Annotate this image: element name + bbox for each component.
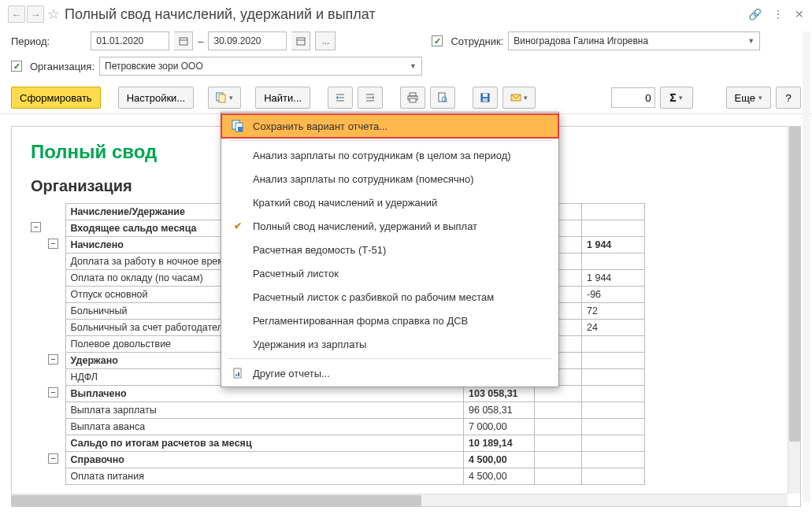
- date-to-calendar-icon[interactable]: [291, 31, 310, 50]
- settings-button[interactable]: Настройки...: [118, 87, 195, 109]
- blank-icon: [231, 290, 245, 304]
- menu-save-variant[interactable]: Сохранить вариант отчета...: [221, 114, 558, 138]
- menu-item-label: Другие отчеты...: [253, 368, 330, 379]
- row-value: [582, 468, 645, 485]
- reports-icon: [231, 366, 245, 380]
- save-button[interactable]: [473, 87, 498, 109]
- period-picker-button[interactable]: ...: [315, 31, 336, 50]
- svg-line-11: [446, 101, 447, 102]
- blank-icon: [231, 313, 245, 327]
- menu-item-label: Расчетный листок с разбивкой по рабочим …: [253, 291, 494, 303]
- employee-input[interactable]: Виноградова Галина Игоревна ▼: [508, 31, 760, 50]
- menu-variant-item[interactable]: Анализ зарплаты по сотрудникам (помесячн…: [221, 167, 558, 191]
- row-label: Выплачено: [65, 386, 464, 402]
- menu-variant-item[interactable]: Краткий свод начислений и удержаний: [221, 191, 558, 214]
- blank-icon: [231, 148, 245, 162]
- menu-variant-item[interactable]: Удержания из зарплаты: [221, 332, 558, 356]
- row-value: 103 058,31: [464, 386, 535, 402]
- help-button[interactable]: ?: [776, 87, 801, 109]
- more-vert-icon[interactable]: ⋮: [773, 8, 784, 20]
- row-value: [535, 435, 582, 452]
- nav-back-button[interactable]: ←: [8, 6, 25, 23]
- expand-toggle[interactable]: −: [48, 387, 58, 398]
- expand-toggle[interactable]: −: [31, 222, 41, 232]
- collapse-button[interactable]: [328, 87, 353, 109]
- menu-item-label: Сохранить вариант отчета...: [253, 120, 387, 132]
- window-vertical-scrollbar[interactable]: [803, 31, 810, 502]
- menu-variant-item[interactable]: Расчетный листок: [221, 261, 558, 285]
- menu-item-label: Анализ зарплаты по сотрудникам (в целом …: [253, 150, 511, 161]
- blank-icon: [231, 337, 245, 351]
- expand-toggle[interactable]: −: [48, 239, 58, 249]
- more-button[interactable]: Еще▾: [726, 87, 771, 109]
- horizontal-scrollbar[interactable]: [12, 494, 788, 506]
- expand-button[interactable]: [358, 87, 383, 109]
- row-label: Сальдо по итогам расчетов за месяц: [65, 435, 464, 452]
- employee-label: Сотрудник:: [450, 35, 503, 47]
- row-value: 96 058,31: [464, 402, 535, 419]
- menu-item-label: Регламентированная форма справка по ДСВ: [253, 315, 468, 327]
- chevron-down-icon: ▼: [747, 37, 755, 45]
- menu-variant-item[interactable]: ✔Полный свод начислений, удержаний и вып…: [221, 214, 558, 238]
- close-icon[interactable]: ✕: [795, 8, 804, 20]
- svg-rect-8: [410, 98, 416, 102]
- row-value: [535, 386, 582, 402]
- row-value: -96: [582, 287, 645, 303]
- print-button[interactable]: [400, 87, 425, 109]
- row-value: [535, 402, 582, 419]
- menu-separator: [228, 358, 552, 359]
- find-button[interactable]: Найти...: [255, 87, 310, 109]
- svg-rect-18: [238, 127, 243, 131]
- row-value: 1 944: [582, 270, 645, 287]
- org-checkbox[interactable]: ✓: [11, 61, 22, 72]
- menu-variant-item[interactable]: Регламентированная форма справка по ДСВ: [221, 309, 558, 332]
- menu-item-label: Краткий свод начислений и удержаний: [253, 197, 437, 209]
- row-value: [535, 468, 582, 485]
- row-value: [582, 369, 645, 386]
- period-label: Период:: [11, 35, 50, 47]
- vertical-scrollbar[interactable]: [788, 127, 800, 494]
- row-value: 1 944: [582, 237, 645, 253]
- row-value: [582, 353, 645, 369]
- date-to-input[interactable]: 30.09.2020: [208, 31, 287, 50]
- row-value: 7 000,00: [464, 419, 535, 435]
- date-from-input[interactable]: 01.01.2020: [91, 31, 169, 50]
- org-input[interactable]: Петровские зори ООО ▼: [99, 57, 422, 76]
- chevron-down-icon: ▼: [410, 62, 417, 70]
- menu-item-label: Анализ зарплаты по сотрудникам (помесячн…: [253, 173, 474, 185]
- nav-forward-button[interactable]: →: [27, 6, 44, 23]
- employee-value: Виноградова Галина Игоревна: [514, 35, 648, 46]
- expand-toggle[interactable]: −: [48, 354, 58, 364]
- row-value: [582, 220, 645, 237]
- row-value: [582, 435, 645, 452]
- sigma-dropdown-button[interactable]: Σ▾: [660, 87, 693, 109]
- menu-item-label: Расчетная ведомость (Т-51): [253, 244, 386, 256]
- number-input[interactable]: [611, 87, 655, 108]
- svg-rect-6: [410, 93, 416, 96]
- form-button[interactable]: Сформировать: [11, 87, 101, 109]
- menu-variant-item[interactable]: Расчетная ведомость (Т-51): [221, 238, 558, 261]
- mail-dropdown-button[interactable]: ▾: [502, 87, 536, 109]
- employee-checkbox[interactable]: ✓: [432, 35, 443, 46]
- row-value: 24: [582, 320, 645, 336]
- blank-icon: [231, 195, 245, 209]
- menu-variant-item[interactable]: Анализ зарплаты по сотрудникам (в целом …: [221, 143, 558, 167]
- variants-dropdown-button[interactable]: ▾: [208, 87, 241, 109]
- svg-rect-14: [483, 98, 488, 102]
- menu-variant-item[interactable]: Расчетный листок с разбивкой по рабочим …: [221, 285, 558, 309]
- row-label: Выплата зарплаты: [65, 402, 464, 419]
- preview-button[interactable]: [430, 87, 455, 109]
- date-from-calendar-icon[interactable]: [174, 31, 193, 50]
- svg-rect-13: [483, 94, 488, 97]
- favorite-star-icon[interactable]: ☆: [47, 6, 60, 23]
- svg-rect-19: [234, 368, 241, 378]
- link-icon[interactable]: 🔗: [748, 8, 762, 20]
- row-value: [582, 336, 645, 353]
- expand-toggle[interactable]: −: [48, 453, 58, 464]
- menu-item-label: Полный свод начислений, удержаний и выпл…: [253, 220, 477, 232]
- row-label: Справочно: [65, 452, 464, 468]
- blank-icon: [231, 242, 245, 257]
- menu-other-reports[interactable]: Другие отчеты...: [221, 361, 558, 385]
- menu-item-label: Удержания из зарплаты: [253, 339, 366, 350]
- row-value: [535, 452, 582, 468]
